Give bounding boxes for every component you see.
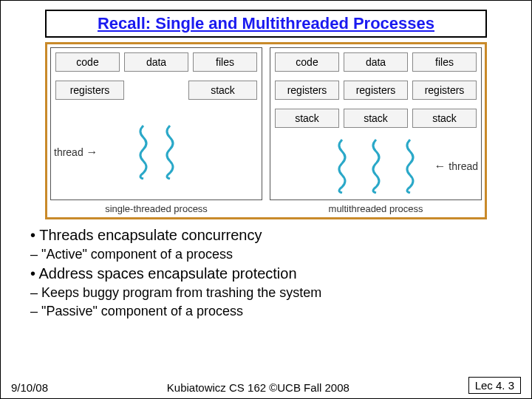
thread-squiggle-icon: [163, 124, 177, 180]
multi-row2: registers registers registers: [270, 76, 481, 104]
cell-stack: stack: [412, 109, 477, 128]
arrow-left-icon: ←: [434, 160, 446, 172]
cell-stack: stack: [275, 109, 339, 128]
footer-date: 9/10/08: [11, 381, 48, 394]
cell-data: data: [344, 52, 408, 72]
single-thread-area: thread →: [51, 104, 262, 200]
footer-lecture: Lec 4. 3: [468, 377, 521, 394]
cell-stack: stack: [344, 109, 408, 128]
bullet-1: • Threads encapsulate concurrency: [30, 227, 502, 244]
multithreaded-col: code data files registers registers regi…: [270, 47, 482, 214]
footer: 9/10/08 Kubiatowicz CS 162 ©UCB Fall 200…: [1, 377, 531, 394]
cell-registers: registers: [344, 81, 408, 100]
bullet-2: • Address spaces encapsulate protection: [30, 265, 502, 282]
bullet-list: • Threads encapsulate concurrency – "Act…: [30, 227, 502, 319]
thread-squiggle-icon: [369, 138, 383, 194]
single-top-row: code data files: [51, 48, 262, 76]
spacer: [129, 81, 184, 100]
cell-code: code: [55, 52, 120, 72]
cell-registers: registers: [55, 81, 124, 100]
multi-thread-area: ← thread: [270, 132, 481, 200]
title-bar: Recall: Single and Multithreaded Process…: [45, 10, 487, 38]
cell-files: files: [193, 52, 257, 72]
single-row2: registers stack: [51, 76, 262, 104]
single-threaded-col: code data files registers stack thread →…: [50, 47, 262, 214]
thread-label: thread →: [54, 146, 98, 159]
cell-registers: registers: [275, 81, 339, 100]
bullet-2-sub1: – Keeps buggy program from trashing the …: [30, 285, 502, 301]
single-process-box: code data files registers stack thread →: [50, 47, 262, 200]
process-diagram: code data files registers stack thread →…: [45, 42, 487, 219]
multi-process-box: code data files registers registers regi…: [270, 47, 482, 200]
thread-squiggle-icon: [137, 124, 150, 180]
multi-top-row: code data files: [270, 48, 481, 76]
slide-title: Recall: Single and Multithreaded Process…: [98, 14, 434, 33]
multi-caption: multithreaded process: [270, 200, 482, 214]
thread-squiggle-icon: [335, 138, 349, 194]
single-caption: single-threaded process: [50, 200, 262, 214]
footer-center: Kubiatowicz CS 162 ©UCB Fall 2008: [167, 381, 349, 394]
thread-label-text: thread: [449, 160, 478, 172]
cell-code: code: [275, 52, 339, 72]
thread-squiggle-icon: [403, 138, 417, 194]
bullet-1-sub: – "Active" component of a process: [30, 247, 502, 262]
cell-registers: registers: [412, 81, 477, 100]
cell-files: files: [412, 52, 477, 72]
cell-data: data: [124, 52, 188, 72]
multi-row3: stack stack stack: [270, 104, 481, 132]
cell-stack: stack: [188, 81, 257, 100]
thread-label-text: thread: [54, 146, 83, 158]
thread-label: ← thread: [434, 160, 478, 173]
bullet-2-sub2: – "Passive" component of a process: [30, 304, 502, 319]
arrow-right-icon: →: [86, 146, 98, 158]
